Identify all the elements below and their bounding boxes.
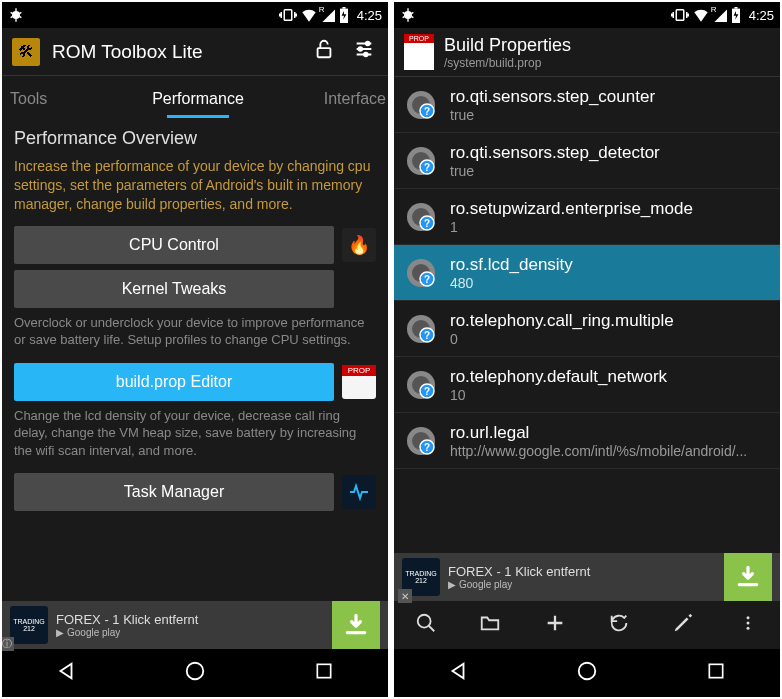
ad-logo: TRADING212	[10, 606, 48, 644]
prop-value: true	[450, 163, 770, 179]
signal-icon: R	[713, 8, 727, 22]
task-manager-button[interactable]: Task Manager	[14, 473, 334, 511]
battery-icon	[339, 7, 349, 23]
restore-icon[interactable]	[599, 612, 639, 639]
gear-icon	[404, 200, 438, 234]
add-icon[interactable]	[535, 612, 575, 639]
status-time: 4:25	[357, 8, 382, 23]
screen-rom-toolbox: R 4:25 🛠 ROM Toolbox Lite Tools Performa…	[2, 2, 388, 697]
app-icon: 🛠	[12, 38, 40, 66]
prop-key: ro.sf.lcd_density	[450, 255, 770, 275]
gear-icon	[404, 144, 438, 178]
svg-point-10	[359, 47, 363, 51]
unlock-icon[interactable]	[310, 38, 338, 65]
prop-key: ro.telephony.call_ring.multiple	[450, 311, 770, 331]
prop-row[interactable]: ro.qti.sensors.step_detectortrue	[394, 133, 780, 189]
folder-icon[interactable]	[470, 612, 510, 639]
buildprop-desc: Change the lcd density of your device, d…	[14, 407, 376, 460]
prop-list[interactable]: ro.qti.sensors.step_countertruero.qti.se…	[394, 77, 780, 553]
edit-icon[interactable]	[663, 612, 703, 639]
gear-icon	[404, 256, 438, 290]
gear-icon	[404, 88, 438, 122]
svg-point-21	[746, 626, 749, 629]
recent-button[interactable]	[294, 661, 354, 686]
debug-icon	[8, 7, 24, 23]
svg-point-12	[187, 662, 204, 679]
prop-row[interactable]: ro.url.legalhttp://www.google.com/intl/%…	[394, 413, 780, 469]
prop-value: http://www.google.com/intl/%s/mobile/and…	[450, 443, 770, 459]
prop-value: true	[450, 107, 770, 123]
svg-point-4	[12, 11, 20, 19]
svg-point-9	[366, 42, 370, 46]
prop-row[interactable]: ro.sf.lcd_density480	[394, 245, 780, 301]
tab-interface[interactable]: Interface	[261, 90, 388, 118]
svg-point-19	[746, 616, 749, 619]
back-button[interactable]	[36, 660, 96, 687]
pulse-icon[interactable]	[342, 475, 376, 509]
ad-close-icon[interactable]: ✕	[398, 589, 412, 603]
ad-info-icon[interactable]: ⓘ	[2, 637, 14, 651]
svg-rect-17	[734, 7, 737, 9]
ad-text: FOREX - 1 Klick entfernt ▶ Google play	[56, 612, 324, 638]
back-button[interactable]	[428, 660, 488, 687]
download-icon[interactable]	[724, 553, 772, 601]
nav-bar	[2, 649, 388, 697]
nav-bar	[394, 649, 780, 697]
gear-icon	[404, 312, 438, 346]
app-title: ROM Toolbox Lite	[52, 41, 298, 63]
tab-tools[interactable]: Tools	[2, 90, 135, 118]
header: PROP Build Properties /system/build.prop	[394, 28, 780, 77]
svg-point-22	[579, 662, 596, 679]
kernel-tweaks-button[interactable]: Kernel Tweaks	[14, 270, 334, 308]
prop-file-icon[interactable]: PROP	[342, 365, 376, 399]
svg-rect-23	[709, 664, 722, 677]
prop-value: 480	[450, 275, 770, 291]
prop-value: 10	[450, 387, 770, 403]
fire-icon[interactable]: 🔥	[342, 228, 376, 262]
performance-content: Performance Overview Increase the perfor…	[2, 118, 388, 601]
svg-point-11	[364, 53, 368, 57]
ad-store: ▶ Google play	[448, 579, 716, 590]
prop-key: ro.qti.sensors.step_counter	[450, 87, 770, 107]
ad-store: ▶ Google play	[56, 627, 324, 638]
status-bar: R 4:25	[2, 2, 388, 28]
debug-icon	[400, 7, 416, 23]
cpu-control-button[interactable]: CPU Control	[14, 226, 334, 264]
ad-banner[interactable]: TRADING212 FOREX - 1 Klick entfernt ▶ Go…	[394, 553, 780, 601]
prop-key: ro.qti.sensors.step_detector	[450, 143, 770, 163]
svg-rect-13	[317, 664, 330, 677]
prop-value: 0	[450, 331, 770, 347]
prop-row[interactable]: ro.setupwizard.enterprise_mode1	[394, 189, 780, 245]
section-desc: Increase the performance of your device …	[14, 157, 376, 214]
cpu-desc: Overclock or underclock your device to i…	[14, 314, 376, 349]
svg-rect-5	[284, 10, 292, 21]
buildprop-editor-button[interactable]: build.prop Editor	[14, 363, 334, 401]
page-title: Build Properties	[444, 35, 770, 56]
ad-text: FOREX - 1 Klick entfernt ▶ Google play	[448, 564, 716, 590]
tab-performance[interactable]: Performance	[135, 90, 260, 118]
prop-row[interactable]: ro.qti.sensors.step_countertrue	[394, 77, 780, 133]
settings-sliders-icon[interactable]	[350, 38, 378, 65]
status-bar: R 4:25	[394, 2, 780, 28]
bottom-toolbar	[394, 601, 780, 649]
ad-banner[interactable]: ⓘ TRADING212 FOREX - 1 Klick entfernt ▶ …	[2, 601, 388, 649]
app-bar: 🛠 ROM Toolbox Lite	[2, 28, 388, 76]
prop-row[interactable]: ro.telephony.call_ring.multiple0	[394, 301, 780, 357]
wifi-icon	[693, 8, 709, 22]
ad-title: FOREX - 1 Klick entfernt	[448, 564, 716, 579]
svg-point-20	[746, 621, 749, 624]
home-button[interactable]	[557, 660, 617, 687]
overflow-icon[interactable]	[728, 612, 768, 639]
prop-row[interactable]: ro.telephony.default_network10	[394, 357, 780, 413]
prop-key: ro.url.legal	[450, 423, 770, 443]
gear-icon	[404, 424, 438, 458]
home-button[interactable]	[165, 660, 225, 687]
prop-key: ro.telephony.default_network	[450, 367, 770, 387]
recent-button[interactable]	[686, 661, 746, 686]
svg-rect-7	[342, 7, 345, 9]
search-icon[interactable]	[406, 612, 446, 639]
svg-point-18	[418, 614, 431, 627]
battery-icon	[731, 7, 741, 23]
svg-rect-8	[318, 48, 331, 57]
download-icon[interactable]	[332, 601, 380, 649]
